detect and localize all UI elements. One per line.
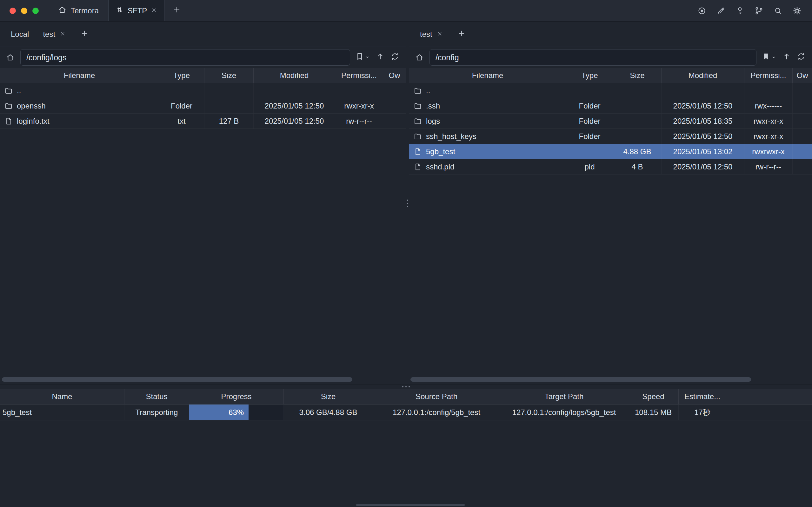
- column-header-owner[interactable]: Ow: [383, 68, 406, 83]
- folder-icon: [414, 117, 422, 125]
- table-row[interactable]: .ssh Folder 2025/01/05 12:50 rwx------: [409, 98, 812, 114]
- table-row[interactable]: openssh Folder 2025/01/05 12:50 rwxr-xr-…: [0, 98, 406, 114]
- table-row[interactable]: logs Folder 2025/01/05 18:35 rwxr-xr-x: [409, 114, 812, 129]
- cell-owner: [383, 114, 406, 128]
- cell-type: Folder: [566, 114, 613, 128]
- cell-modified: [661, 83, 744, 98]
- arrow-up-icon[interactable]: [376, 52, 385, 63]
- column-header-owner[interactable]: Ow: [793, 68, 812, 83]
- minimize-window-button[interactable]: [21, 8, 27, 14]
- table-row[interactable]: ..: [0, 83, 406, 98]
- pane-tab-close-icon[interactable]: [60, 30, 66, 39]
- folder-icon: [414, 132, 422, 140]
- table-row[interactable]: ssh_host_keys Folder 2025/01/05 12:50 rw…: [409, 129, 812, 144]
- right-table-header: Filename Type Size Modified Permissi... …: [409, 68, 812, 83]
- bookmark-button[interactable]: [762, 52, 776, 63]
- bookmark-button[interactable]: [355, 52, 370, 63]
- filename: sshd.pid: [426, 162, 454, 171]
- column-header-target-path[interactable]: Target Path: [500, 389, 628, 404]
- key-icon[interactable]: [734, 5, 746, 17]
- home-icon[interactable]: [413, 53, 426, 62]
- column-header-modified[interactable]: Modified: [254, 68, 335, 83]
- home-icon[interactable]: [4, 53, 16, 62]
- plus-icon: [80, 29, 89, 39]
- settings-gear-icon[interactable]: [791, 5, 803, 17]
- pane-tab-local-label: Local: [11, 30, 29, 39]
- column-header-type[interactable]: Type: [566, 68, 613, 83]
- column-header-filename[interactable]: Filename: [409, 68, 566, 83]
- app-window: Termora SFTP: [0, 0, 812, 507]
- right-hscrollbar-thumb[interactable]: [411, 377, 751, 382]
- column-header-speed[interactable]: Speed: [628, 389, 679, 404]
- table-row-selected[interactable]: 5gb_test 4.88 GB 2025/01/05 13:02 rwxrwx…: [409, 144, 812, 159]
- pane-tab-test-left[interactable]: test: [36, 22, 73, 47]
- zoom-window-button[interactable]: [33, 8, 39, 14]
- refresh-icon[interactable]: [390, 52, 399, 63]
- column-header-size[interactable]: Size: [205, 68, 254, 83]
- refresh-icon[interactable]: [797, 52, 806, 63]
- transfer-source-path: 127.0.0.1:/config/5gb_test: [373, 404, 500, 420]
- column-header-modified[interactable]: Modified: [661, 68, 744, 83]
- filename: loginfo.txt: [17, 117, 50, 126]
- cell-size: 127 B: [205, 114, 254, 128]
- cell-size: [613, 83, 661, 98]
- tab-termora[interactable]: Termora: [48, 0, 108, 21]
- tab-sftp[interactable]: SFTP: [108, 0, 164, 21]
- tab-sftp-close-icon[interactable]: [151, 6, 157, 15]
- cell-modified: [254, 83, 335, 98]
- table-row[interactable]: sshd.pid pid 4 B 2025/01/05 12:50 rw-r--…: [409, 159, 812, 174]
- column-header-name[interactable]: Name: [0, 389, 124, 404]
- transfer-row[interactable]: 5gb_test Transporting 63% 3.06 GB/4.88 G…: [0, 404, 812, 420]
- bookmark-icon: [355, 52, 364, 63]
- left-hscrollbar-thumb[interactable]: [2, 377, 353, 382]
- folder-icon: [414, 102, 422, 110]
- transfer-target-path: 127.0.0.1:/config/logs/5gb_test: [500, 404, 628, 420]
- horizontal-splitter[interactable]: [0, 385, 812, 389]
- vertical-splitter[interactable]: [406, 22, 409, 385]
- cell-size: [613, 129, 661, 144]
- plus-icon: [173, 6, 181, 16]
- column-header-filename[interactable]: Filename: [0, 68, 159, 83]
- pane-tab-close-icon[interactable]: [437, 30, 443, 39]
- table-row[interactable]: ..: [409, 83, 812, 98]
- column-header-status[interactable]: Status: [124, 389, 189, 404]
- left-path-input[interactable]: [20, 49, 350, 66]
- record-icon[interactable]: [696, 5, 708, 17]
- column-header-permissions[interactable]: Permissi...: [744, 68, 793, 83]
- left-add-tab-button[interactable]: [73, 29, 96, 39]
- cell-permissions: rwx------: [744, 98, 793, 113]
- column-header-progress[interactable]: Progress: [189, 389, 284, 404]
- pane-tab-test-right[interactable]: test: [413, 22, 450, 47]
- right-path-actions: [760, 52, 808, 63]
- transfer-estimate: 17秒: [679, 404, 726, 420]
- column-header-size[interactable]: Size: [284, 389, 373, 404]
- right-add-tab-button[interactable]: [450, 29, 473, 39]
- transfer-size: 3.06 GB/4.88 GB: [284, 404, 373, 420]
- transfers-header: Name Status Progress Size Source Path Ta…: [0, 389, 812, 404]
- column-header-size[interactable]: Size: [613, 68, 661, 83]
- search-icon[interactable]: [772, 5, 784, 17]
- transfers-hscrollbar-thumb[interactable]: [356, 504, 465, 506]
- cell-modified: 2025/01/05 13:02: [661, 144, 744, 159]
- cell-type: Folder: [566, 129, 613, 144]
- arrow-up-icon[interactable]: [782, 52, 791, 63]
- column-header-source-path[interactable]: Source Path: [373, 389, 500, 404]
- cell-modified: 2025/01/05 12:50: [661, 159, 744, 174]
- column-header-type[interactable]: Type: [159, 68, 205, 83]
- git-branch-icon[interactable]: [753, 5, 765, 17]
- edit-icon[interactable]: [715, 5, 727, 17]
- column-header-estimate[interactable]: Estimate...: [679, 389, 726, 404]
- close-window-button[interactable]: [9, 8, 16, 14]
- file-icon: [4, 117, 13, 125]
- table-row[interactable]: loginfo.txt txt 127 B 2025/01/05 12:50 r…: [0, 114, 406, 129]
- transfer-speed: 108.15 MB: [628, 404, 679, 420]
- cell-type: [159, 83, 205, 98]
- right-path-input[interactable]: [430, 49, 756, 66]
- titlebar-toolbar: [696, 0, 812, 21]
- cell-owner: [793, 114, 812, 128]
- cell-size: [613, 98, 661, 113]
- pane-tab-local[interactable]: Local: [4, 22, 36, 47]
- plus-icon: [457, 29, 466, 39]
- column-header-permissions[interactable]: Permissi...: [335, 68, 383, 83]
- new-tab-button[interactable]: [164, 0, 189, 21]
